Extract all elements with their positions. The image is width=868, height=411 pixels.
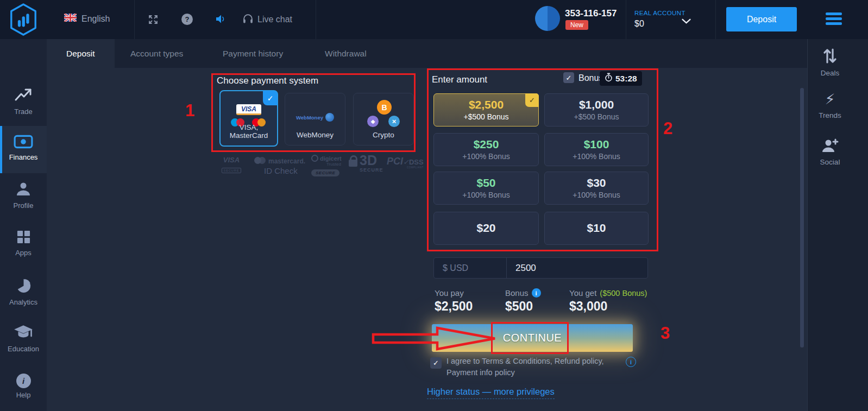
you-pay-summary: You pay $2,500 bbox=[435, 288, 473, 314]
tab-account-types[interactable]: Account types bbox=[130, 49, 183, 59]
webmoney-logo: WebMoney bbox=[285, 113, 345, 122]
add-person-icon bbox=[821, 147, 839, 155]
annotation-number-2: 2 bbox=[663, 119, 672, 138]
tab-withdrawal[interactable]: Withdrawal bbox=[325, 49, 367, 59]
sidebar-item-trade[interactable]: Trade bbox=[0, 87, 47, 116]
top-bar: English ? Live chat 353-116-157 New REAL… bbox=[0, 0, 868, 39]
amount-option-10[interactable]: $10 bbox=[544, 212, 649, 245]
info-icon: i bbox=[16, 374, 31, 388]
tab-deposit[interactable]: Deposit bbox=[66, 49, 95, 59]
digicert-badge: digicert Trusted SECURE bbox=[311, 155, 342, 176]
avatar[interactable] bbox=[535, 6, 560, 31]
bonus-checkbox[interactable]: ✓ bbox=[563, 72, 574, 83]
you-get-summary: You get($500 Bonus) $3,000 bbox=[569, 288, 647, 314]
annotation-number-1: 1 bbox=[185, 101, 194, 121]
bonus-summary: Bonusi $500 bbox=[505, 288, 541, 314]
payment-section-title: Choose payment system bbox=[217, 75, 318, 86]
terms-info-icon[interactable]: i bbox=[626, 357, 636, 367]
mastercard-circles-icon bbox=[254, 157, 266, 166]
sidebar-item-analytics[interactable]: Analytics bbox=[0, 278, 47, 306]
menu-icon[interactable] bbox=[826, 12, 842, 27]
divider bbox=[134, 0, 135, 39]
higher-status-link[interactable]: Higher status — more privileges bbox=[427, 387, 555, 399]
amount-option-100[interactable]: $100 +100% Bonus bbox=[544, 133, 649, 166]
amount-option-30[interactable]: $30 +100% Bonus bbox=[544, 172, 649, 205]
deposit-content bbox=[47, 68, 807, 411]
amount-option-1000[interactable]: $1,000 +$500 Bonus bbox=[544, 93, 649, 127]
account-balance: $0 bbox=[634, 19, 685, 29]
visa-logo: VISA bbox=[236, 104, 261, 115]
payment-method-webmoney[interactable]: WebMoney WebMoney bbox=[285, 93, 345, 146]
lightning-icon: ⚡ bbox=[825, 91, 835, 108]
currency-selector[interactable]: $ USD bbox=[434, 258, 507, 278]
selected-check-icon: ✓ bbox=[525, 93, 539, 107]
sidebar-item-finances[interactable]: Finances bbox=[0, 135, 47, 161]
panel-edge bbox=[807, 39, 808, 411]
padlock-icon bbox=[349, 160, 357, 167]
annotation-number-3: 3 bbox=[661, 324, 670, 343]
bitcoin-icon: B bbox=[377, 100, 392, 115]
help-icon[interactable]: ? bbox=[181, 14, 193, 25]
terms-checkbox[interactable]: ✓ bbox=[430, 357, 442, 369]
continue-button[interactable]: CONTINUE bbox=[432, 324, 633, 352]
pie-chart-icon bbox=[16, 287, 32, 295]
rail-item-trends[interactable]: ⚡ Trends bbox=[808, 92, 852, 119]
sidebar-item-profile[interactable]: Profile bbox=[0, 181, 47, 210]
amount-section-title: Enter amount bbox=[432, 74, 487, 85]
section-tabs: Deposit Account types Payment history Wi… bbox=[47, 39, 807, 68]
divider bbox=[715, 0, 716, 39]
live-chat-button[interactable]: Live chat bbox=[257, 15, 292, 24]
amount-input[interactable] bbox=[507, 258, 647, 278]
new-status-badge: New bbox=[565, 20, 588, 30]
graduation-cap-icon bbox=[13, 334, 34, 342]
terms-agreement-text[interactable]: I agree to Terms & Conditions, Refund po… bbox=[446, 356, 631, 378]
amount-option-250[interactable]: $250 +100% Bonus bbox=[433, 133, 539, 166]
deposit-page: English ? Live chat 353-116-157 New REAL… bbox=[0, 0, 868, 411]
bonus-timer: 53:28 bbox=[600, 71, 642, 86]
divider bbox=[626, 0, 626, 39]
amount-input-group: $ USD bbox=[433, 257, 648, 279]
amount-option-20[interactable]: $20 bbox=[433, 212, 539, 245]
sidebar-item-apps[interactable]: Apps bbox=[0, 230, 47, 257]
amount-option-2500[interactable]: ✓ $2,500 +$500 Bonus bbox=[433, 93, 539, 127]
stopwatch-icon bbox=[605, 73, 613, 84]
sound-icon[interactable] bbox=[215, 14, 226, 27]
digicert-ring-icon bbox=[311, 155, 318, 162]
account-id: 353-116-157 bbox=[565, 8, 617, 19]
3d-secure-badge: 3DSECURE bbox=[349, 154, 383, 173]
app-logo-icon[interactable] bbox=[8, 3, 39, 39]
left-sidebar: Trade Finances Profile Apps Analytics Ed… bbox=[0, 39, 47, 411]
headset-icon bbox=[242, 13, 254, 27]
language-selector[interactable]: English bbox=[81, 14, 110, 24]
pci-dss-badge: PCI✓DSS COMPLIANT bbox=[387, 156, 424, 169]
divider bbox=[316, 0, 316, 39]
rail-item-social[interactable]: Social bbox=[808, 137, 852, 166]
bonus-extra-label: ($500 Bonus) bbox=[600, 289, 647, 298]
rail-item-deals[interactable]: Deals bbox=[808, 48, 852, 77]
check-icon: ✓ bbox=[263, 91, 278, 105]
deposit-button[interactable]: Deposit bbox=[726, 7, 797, 31]
amount-option-50[interactable]: $50 +100% Bonus bbox=[433, 172, 539, 205]
deals-arrows-icon bbox=[823, 58, 837, 66]
sidebar-item-help[interactable]: i Help bbox=[0, 374, 47, 399]
tab-payment-history[interactable]: Payment history bbox=[223, 49, 283, 59]
person-icon bbox=[15, 191, 32, 199]
ethereum-icon: ◆ bbox=[367, 116, 379, 127]
ripple-icon: × bbox=[388, 116, 400, 127]
uk-flag-icon bbox=[64, 14, 77, 24]
payment-method-crypto[interactable]: B ◆ × Crypto bbox=[353, 93, 414, 146]
trade-icon bbox=[14, 97, 33, 105]
visa-secure-badge: VISA SECURE bbox=[221, 156, 242, 174]
mastercard-idcheck-badge: mastercard. ID Check bbox=[254, 157, 305, 175]
account-switcher[interactable]: REAL ACCOUNT $0 bbox=[634, 10, 685, 29]
account-type-label: REAL ACCOUNT bbox=[634, 10, 685, 16]
scrollbar[interactable] bbox=[800, 88, 804, 347]
bonus-info-icon[interactable]: i bbox=[532, 288, 541, 298]
chevron-down-icon[interactable] bbox=[682, 16, 691, 26]
banknote-icon bbox=[14, 142, 33, 150]
sidebar-item-education[interactable]: Education bbox=[0, 324, 47, 353]
timer-value: 53:28 bbox=[615, 74, 637, 84]
fullscreen-icon[interactable] bbox=[148, 14, 159, 27]
grid-icon bbox=[16, 238, 31, 246]
payment-method-visa-mastercard[interactable]: ✓ VISA VISA, MasterCard bbox=[219, 90, 278, 147]
